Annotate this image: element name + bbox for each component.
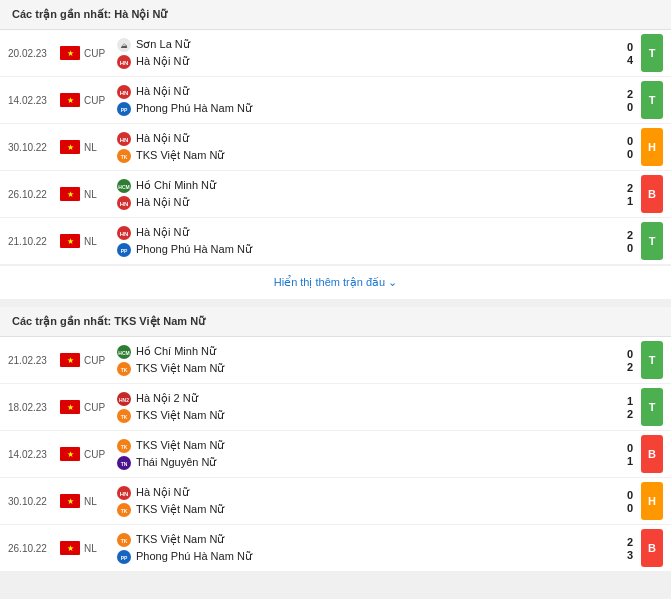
score-value: 0 <box>627 148 633 160</box>
team-icon: TK <box>116 148 132 164</box>
team-row: PPPhong Phú Hà Nam Nữ <box>116 242 617 258</box>
team-row: HNHà Nội Nữ <box>116 84 617 100</box>
match-date: 14.02.23 <box>8 95 60 106</box>
result-badge: B <box>641 175 663 213</box>
match-date: 26.10.22 <box>8 189 60 200</box>
team-name: Hà Nội Nữ <box>136 196 617 209</box>
country-flag <box>60 353 80 367</box>
team-icon: HCM <box>116 344 132 360</box>
svg-text:TK: TK <box>121 508 128 514</box>
match-date: 20.02.23 <box>8 48 60 59</box>
match-row: 18.02.23CUPHN2Hà Nội 2 NữTKTKS Việt Nam … <box>0 384 671 431</box>
score-value: 0 <box>627 135 633 147</box>
match-row: 30.10.22NLHNHà Nội NữTKTKS Việt Nam Nữ00… <box>0 124 671 171</box>
team-icon: TK <box>116 532 132 548</box>
score-value: 2 <box>627 182 633 194</box>
score-value: 3 <box>627 549 633 561</box>
svg-text:⛰: ⛰ <box>121 42 128 49</box>
score-value: 0 <box>627 502 633 514</box>
result-badge: H <box>641 128 663 166</box>
score-block: 01 <box>617 442 633 467</box>
svg-text:PP: PP <box>121 248 128 254</box>
teams-block: ⛰Sơn La NữHNHà Nội Nữ <box>116 37 617 70</box>
match-row: 14.02.23CUPHNHà Nội NữPPPhong Phú Hà Nam… <box>0 77 671 124</box>
team-row: HNHà Nội Nữ <box>116 195 617 211</box>
competition-label: NL <box>84 189 112 200</box>
teams-block: HN2Hà Nội 2 NữTKTKS Việt Nam Nữ <box>116 391 617 424</box>
svg-text:TK: TK <box>121 414 128 420</box>
teams-block: HCMHồ Chí Minh NữHNHà Nội Nữ <box>116 178 617 211</box>
score-value: 0 <box>627 442 633 454</box>
section-title: Các trận gần nhất: TKS Việt Nam Nữ <box>0 307 671 337</box>
country-flag <box>60 93 80 107</box>
result-badge: T <box>641 388 663 426</box>
match-date: 21.10.22 <box>8 236 60 247</box>
score-value: 2 <box>627 536 633 548</box>
team-name: TKS Việt Nam Nữ <box>136 439 617 452</box>
team-name: Hồ Chí Minh Nữ <box>136 179 617 192</box>
result-badge: T <box>641 34 663 72</box>
team-name: Hà Nội Nữ <box>136 55 617 68</box>
country-flag <box>60 541 80 555</box>
team-row: HNHà Nội Nữ <box>116 54 617 70</box>
team-name: Hà Nội Nữ <box>136 132 617 145</box>
score-value: 4 <box>627 54 633 66</box>
team-row: TKTKS Việt Nam Nữ <box>116 361 617 377</box>
match-date: 14.02.23 <box>8 449 60 460</box>
team-icon: PP <box>116 242 132 258</box>
team-icon: ⛰ <box>116 37 132 53</box>
competition-label: CUP <box>84 402 112 413</box>
country-flag <box>60 494 80 508</box>
country-flag <box>60 187 80 201</box>
team-row: TNThái Nguyên Nữ <box>116 455 617 471</box>
competition-label: CUP <box>84 449 112 460</box>
score-block: 02 <box>617 348 633 373</box>
competition-label: NL <box>84 142 112 153</box>
team-row: TKTKS Việt Nam Nữ <box>116 408 617 424</box>
result-badge: B <box>641 529 663 567</box>
teams-block: HNHà Nội NữTKTKS Việt Nam Nữ <box>116 131 617 164</box>
score-value: 0 <box>627 242 633 254</box>
svg-text:PP: PP <box>121 107 128 113</box>
team-icon: TK <box>116 408 132 424</box>
score-value: 2 <box>627 229 633 241</box>
score-value: 0 <box>627 101 633 113</box>
svg-text:TN: TN <box>121 461 128 467</box>
match-date: 21.02.23 <box>8 355 60 366</box>
team-icon: HN2 <box>116 391 132 407</box>
country-flag <box>60 400 80 414</box>
section-title: Các trận gần nhất: Hà Nội Nữ <box>0 0 671 30</box>
match-row: 20.02.23CUP⛰Sơn La NữHNHà Nội Nữ04T <box>0 30 671 77</box>
teams-block: TKTKS Việt Nam NữTNThái Nguyên Nữ <box>116 438 617 471</box>
competition-label: NL <box>84 543 112 554</box>
team-name: TKS Việt Nam Nữ <box>136 149 617 162</box>
score-block: 21 <box>617 182 633 207</box>
team-row: TKTKS Việt Nam Nữ <box>116 502 617 518</box>
svg-text:HN2: HN2 <box>119 397 129 403</box>
team-name: Thái Nguyên Nữ <box>136 456 617 469</box>
svg-text:TK: TK <box>121 444 128 450</box>
team-icon: HN <box>116 195 132 211</box>
team-name: Hồ Chí Minh Nữ <box>136 345 617 358</box>
svg-text:HN: HN <box>120 491 129 497</box>
teams-block: HNHà Nội NữTKTKS Việt Nam Nữ <box>116 485 617 518</box>
score-block: 00 <box>617 489 633 514</box>
team-icon: PP <box>116 549 132 565</box>
team-row: TKTKS Việt Nam Nữ <box>116 438 617 454</box>
result-badge: T <box>641 81 663 119</box>
country-flag <box>60 140 80 154</box>
match-date: 30.10.22 <box>8 496 60 507</box>
competition-label: CUP <box>84 95 112 106</box>
match-date: 18.02.23 <box>8 402 60 413</box>
match-row: 26.10.22NLTKTKS Việt Nam NữPPPhong Phú H… <box>0 525 671 571</box>
match-date: 26.10.22 <box>8 543 60 554</box>
show-more-button[interactable]: Hiển thị thêm trận đấu ⌄ <box>0 265 671 299</box>
team-icon: HN <box>116 84 132 100</box>
teams-block: HNHà Nội NữPPPhong Phú Hà Nam Nữ <box>116 225 617 258</box>
team-name: Hà Nội Nữ <box>136 486 617 499</box>
competition-label: CUP <box>84 48 112 59</box>
team-row: PPPhong Phú Hà Nam Nữ <box>116 549 617 565</box>
score-block: 20 <box>617 88 633 113</box>
match-section: Các trận gần nhất: TKS Việt Nam Nữ21.02.… <box>0 307 671 571</box>
team-row: HNHà Nội Nữ <box>116 485 617 501</box>
